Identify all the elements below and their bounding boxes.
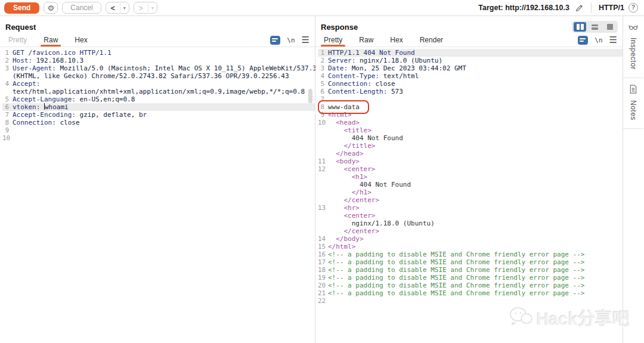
tab-raw[interactable]: Raw	[351, 33, 382, 47]
code-line: 21<!-- a padding to disable MSIE and Chr…	[318, 289, 623, 297]
code-line: 1GET /favicon.ico HTTP/1.1	[2, 49, 315, 57]
code-line: 13 <hr>	[318, 204, 623, 212]
http-version-label: HTTP/1	[599, 4, 624, 12]
chevron-down-icon: ▾	[151, 5, 154, 11]
request-scrollbar-thumb[interactable]	[308, 89, 312, 103]
tab-hex[interactable]: Hex	[66, 33, 95, 47]
line-number: 12	[318, 165, 328, 173]
response-panel: Response PrettyRawHexRender \n ☰ 1HTTP/1…	[315, 16, 623, 343]
code-line: 3Date: Mon, 25 Dec 2023 03:44:02 GMT	[318, 64, 623, 72]
request-tab-icons: \n ☰	[270, 36, 309, 45]
code-line: 10 <head>	[318, 119, 623, 126]
gear-icon: ⚙	[48, 4, 55, 13]
response-editor[interactable]: 1HTTP/1.1 404 Not Found2Server: nginx/1.…	[315, 47, 623, 305]
line-number	[2, 72, 13, 80]
request-tabs: PrettyRawHex	[0, 33, 96, 47]
line-number: 16	[318, 251, 328, 258]
menu-icon[interactable]: ☰	[302, 37, 309, 43]
line-number: 17	[318, 258, 328, 266]
repeater-main: Request PrettyRawHex \n ☰ 1GET /favicon.…	[0, 16, 644, 343]
layout-columns-button[interactable]	[574, 22, 586, 32]
edit-target-icon[interactable]	[575, 4, 584, 13]
line-number: 1	[318, 49, 328, 57]
code-line: 9<html>	[318, 111, 623, 119]
line-number: 13	[318, 204, 328, 212]
code-line: 6vtoken: whoami	[2, 103, 315, 111]
code-line: 15</html>	[318, 243, 623, 251]
line-number: 15	[318, 243, 328, 251]
code-line: 7Accept-Encoding: gzip, deflate, br	[2, 111, 315, 119]
line-number: 22	[318, 297, 328, 305]
line-number	[318, 196, 328, 204]
line-number	[318, 181, 328, 189]
tab-notes[interactable]: Notes	[623, 78, 643, 129]
chevron-down-icon: ▾	[123, 5, 126, 11]
layout-rows-button[interactable]	[589, 22, 601, 32]
code-line: 12 <center>	[318, 165, 623, 173]
help-icon[interactable]: ?	[628, 3, 638, 13]
line-number: 7	[2, 111, 13, 119]
line-number: 19	[318, 274, 328, 282]
code-line: 20<!-- a padding to disable MSIE and Chr…	[318, 282, 623, 289]
search-icon[interactable]	[270, 36, 280, 45]
line-number: 21	[318, 289, 328, 297]
line-number	[318, 142, 328, 150]
line-number: 8	[318, 103, 328, 111]
code-line: 8www-data	[318, 103, 623, 111]
code-line: 22	[318, 297, 623, 305]
code-line: 9	[2, 126, 315, 134]
search-icon[interactable]	[578, 36, 588, 45]
code-line: 16<!-- a padding to disable MSIE and Chr…	[318, 251, 623, 258]
code-line: <center>	[318, 212, 623, 220]
code-line: 4Content-Type: text/html	[318, 72, 623, 80]
tab-pretty[interactable]: Pretty	[0, 33, 35, 47]
linebreak-toggle[interactable]: \n	[595, 36, 602, 44]
line-number: 6	[318, 88, 328, 95]
code-line: nginx/1.18.0 (Ubuntu)	[318, 220, 623, 227]
request-tabs-row: PrettyRawHex \n ☰	[0, 33, 315, 47]
line-number: 7	[318, 95, 328, 103]
line-number: 11	[318, 157, 328, 165]
code-line: 2Server: nginx/1.18.0 (Ubuntu)	[318, 57, 623, 64]
back-dropdown[interactable]: ▾	[120, 5, 129, 11]
code-line: </title>	[318, 142, 623, 150]
response-tabs-row: PrettyRawHexRender \n ☰	[315, 33, 623, 47]
line-number	[2, 88, 13, 95]
cancel-button[interactable]: Cancel	[62, 2, 101, 14]
code-line: </center>	[318, 196, 623, 204]
line-number: 10	[318, 119, 328, 126]
notes-icon	[629, 85, 637, 96]
line-number: 5	[2, 95, 13, 103]
tab-render[interactable]: Render	[411, 33, 451, 47]
back-button[interactable]: <	[106, 4, 120, 13]
request-editor[interactable]: 1GET /favicon.ico HTTP/1.12Host: 192.168…	[0, 47, 315, 142]
response-tabs: PrettyRawHexRender	[315, 33, 451, 47]
code-line: 10	[2, 134, 315, 142]
toolbar-divider	[591, 3, 592, 13]
menu-icon[interactable]: ☰	[609, 37, 617, 43]
forward-button[interactable]: >	[134, 4, 148, 13]
settings-button[interactable]: ⚙	[44, 2, 58, 14]
tab-hex[interactable]: Hex	[382, 33, 411, 47]
code-line: 6Content-Length: 573	[318, 88, 623, 95]
send-button[interactable]: Send	[4, 2, 39, 14]
line-number	[318, 150, 328, 157]
code-line: <h1>	[318, 173, 623, 181]
code-line: </center>	[318, 227, 623, 235]
code-line: 14 </body>	[318, 235, 623, 243]
tab-inspector[interactable]: Inspector	[623, 16, 643, 78]
line-number: 8	[2, 119, 13, 126]
layout-single-button[interactable]	[603, 22, 616, 32]
line-number: 10	[2, 134, 13, 142]
line-number: 4	[318, 72, 328, 80]
tab-pretty[interactable]: Pretty	[315, 33, 351, 47]
layout-toggle-group	[572, 21, 618, 33]
line-number	[318, 220, 328, 227]
tab-raw[interactable]: Raw	[35, 33, 66, 47]
linebreak-toggle[interactable]: \n	[287, 36, 295, 44]
code-line: 404 Not Found	[318, 181, 623, 189]
line-number: 9	[2, 126, 13, 134]
line-number	[318, 227, 328, 235]
forward-dropdown[interactable]: ▾	[148, 5, 157, 11]
code-line: 7	[318, 95, 623, 103]
